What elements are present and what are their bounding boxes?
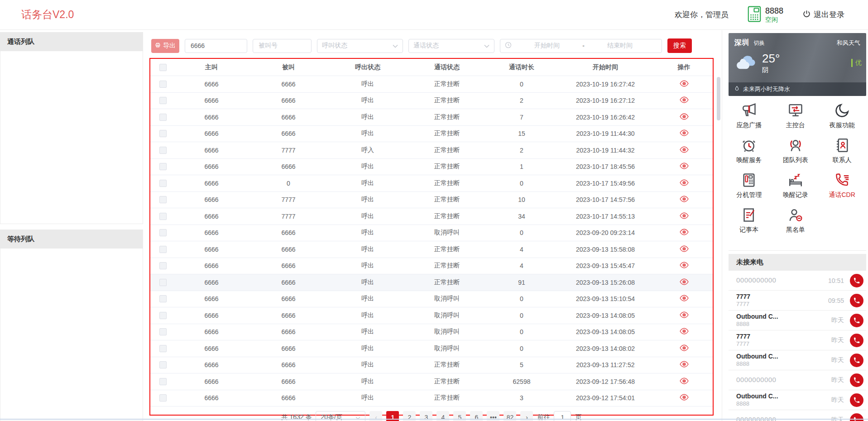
app-shortcut-team[interactable]: 团队列表 <box>772 137 819 164</box>
view-detail-eye-icon[interactable] <box>679 378 689 384</box>
callback-button[interactable] <box>850 314 863 327</box>
row-checkbox[interactable] <box>159 229 167 236</box>
row-checkbox[interactable] <box>159 97 167 104</box>
cell-caller: 6666 <box>175 196 248 203</box>
app-shortcut-notebook[interactable]: 记事本 <box>726 206 772 234</box>
search-button[interactable]: 搜索 <box>667 38 692 53</box>
view-detail-eye-icon[interactable] <box>679 80 689 87</box>
row-checkbox[interactable] <box>159 130 167 137</box>
view-detail-eye-icon[interactable] <box>679 245 689 252</box>
table-row[interactable]: 6666 7777 呼入 正常挂断 2 2023-10-19 11:44:32 <box>150 142 713 159</box>
table-row[interactable]: 6666 6666 呼出 取消呼叫 0 2023-09-20 09:23:14 <box>150 225 713 242</box>
softphone-icon <box>748 6 761 24</box>
callback-button[interactable] <box>850 354 863 367</box>
app-shortcut-blacklist[interactable]: 黑名单 <box>772 206 819 234</box>
row-checkbox[interactable] <box>159 81 167 88</box>
callee-input[interactable]: 被叫号 <box>253 39 312 53</box>
table-row[interactable]: 6666 6666 呼出 正常挂断 62598 2023-09-12 17:56… <box>150 373 713 390</box>
table-row[interactable]: 6666 6666 呼出 取消呼叫 0 2023-09-13 14:08:05 <box>150 324 713 341</box>
scrollbar-thumb[interactable] <box>717 77 720 120</box>
view-detail-eye-icon[interactable] <box>679 361 689 368</box>
call-cdr-icon <box>834 172 851 189</box>
view-detail-eye-icon[interactable] <box>679 278 689 285</box>
app-shortcut-moon[interactable]: 夜服功能 <box>819 102 865 129</box>
callback-button[interactable] <box>850 334 863 347</box>
app-shortcut-desk-phone[interactable]: 分机管理 <box>726 172 772 199</box>
missed-call-time: 昨天 <box>831 376 844 384</box>
view-detail-eye-icon[interactable] <box>679 163 689 169</box>
table-row[interactable]: 6666 6666 呼出 正常挂断 1 2023-10-17 18:45:56 <box>150 159 713 176</box>
row-checkbox[interactable] <box>159 213 167 220</box>
table-row[interactable]: 6666 6666 呼出 正常挂断 2 2023-10-19 16:27:12 <box>150 93 713 110</box>
view-detail-eye-icon[interactable] <box>679 328 689 335</box>
app-shortcut-console[interactable]: 主控台 <box>772 102 819 129</box>
row-checkbox[interactable] <box>159 163 167 170</box>
table-row[interactable]: 6666 6666 呼出 正常挂断 91 2023-09-13 15:26:08 <box>150 274 713 291</box>
row-checkbox[interactable] <box>159 328 167 335</box>
app-header: 话务台V2.0 欢迎你，管理员 8888 空闲 <box>0 0 868 30</box>
table-row[interactable]: 6666 6666 呼出 正常挂断 15 2023-10-19 11:44:30 <box>150 126 713 143</box>
row-checkbox[interactable] <box>159 279 167 286</box>
missed-call-number: 8888 <box>736 360 831 368</box>
row-checkbox[interactable] <box>159 114 167 121</box>
table-row[interactable]: 6666 6666 呼出 取消呼叫 0 2023-09-13 15:10:54 <box>150 291 713 308</box>
view-detail-eye-icon[interactable] <box>679 394 689 401</box>
view-detail-eye-icon[interactable] <box>679 129 689 136</box>
app-shortcut-alarm-clock[interactable]: 唤醒服务 <box>726 137 772 164</box>
row-checkbox[interactable] <box>159 345 167 352</box>
view-detail-eye-icon[interactable] <box>679 179 689 186</box>
view-detail-eye-icon[interactable] <box>679 229 689 235</box>
table-row[interactable]: 6666 6666 呼出 取消呼叫 0 2023-09-13 14:08:02 <box>150 340 713 357</box>
table-row[interactable]: 6666 6666 呼出 正常挂断 5 2023-09-13 11:27:52 <box>150 357 713 374</box>
export-button[interactable]: 导出 <box>151 39 179 53</box>
talk-status-select[interactable]: 通话状态 <box>408 39 494 53</box>
cell-out-status: 呼出 <box>329 361 406 369</box>
row-checkbox[interactable] <box>159 295 167 302</box>
row-checkbox[interactable] <box>159 147 167 154</box>
select-all-checkbox[interactable] <box>159 64 167 71</box>
date-range-picker[interactable]: 开始时间 - 结束时间 <box>500 39 662 53</box>
table-row[interactable]: 6666 6666 呼出 正常挂断 4 2023-09-13 15:58:08 <box>150 241 713 258</box>
table-row[interactable]: 6666 0 呼出 正常挂断 0 2023-10-17 15:49:56 <box>150 175 713 192</box>
row-checkbox[interactable] <box>159 196 167 203</box>
cell-caller: 6666 <box>175 295 248 302</box>
view-detail-eye-icon[interactable] <box>679 295 689 301</box>
app-shortcut-megaphone[interactable]: 应急广播 <box>726 102 772 129</box>
view-detail-eye-icon[interactable] <box>679 96 689 103</box>
missed-call-item: Outbound C... 8888 昨天 <box>729 311 866 330</box>
callback-button[interactable] <box>850 413 863 421</box>
app-shortcut-wake-record[interactable]: 唤醒记录 <box>772 172 819 199</box>
missed-call-number: 8888 <box>736 321 831 328</box>
table-row[interactable]: 6666 6666 呼出 正常挂断 7 2023-10-19 16:26:42 <box>150 109 713 126</box>
table-row[interactable]: 6666 6666 呼出 正常挂断 3 2023-09-12 17:54:01 <box>150 390 713 407</box>
row-checkbox[interactable] <box>159 246 167 253</box>
row-checkbox[interactable] <box>159 312 167 319</box>
app-shortcut-call-cdr[interactable]: 通话CDR <box>819 172 865 199</box>
callback-button[interactable] <box>850 274 863 287</box>
app-shortcut-contacts-book[interactable]: 联系人 <box>819 137 865 164</box>
row-checkbox[interactable] <box>159 361 167 368</box>
row-checkbox[interactable] <box>159 378 167 385</box>
table-row[interactable]: 6666 6666 呼出 正常挂断 4 2023-09-13 15:45:47 <box>150 258 713 275</box>
view-detail-eye-icon[interactable] <box>679 212 689 219</box>
caller-input[interactable]: 6666 <box>185 39 247 53</box>
table-row[interactable]: 6666 7777 呼出 正常挂断 34 2023-10-17 14:55:13 <box>150 208 713 225</box>
view-detail-eye-icon[interactable] <box>679 146 689 153</box>
callback-button[interactable] <box>850 294 863 307</box>
callback-button[interactable] <box>850 393 863 407</box>
view-detail-eye-icon[interactable] <box>679 196 689 202</box>
view-detail-eye-icon[interactable] <box>679 113 689 120</box>
weather-switch-city[interactable]: 切换 <box>753 40 764 46</box>
row-checkbox[interactable] <box>159 180 167 187</box>
view-detail-eye-icon[interactable] <box>679 344 689 351</box>
row-checkbox[interactable] <box>159 262 167 269</box>
row-checkbox[interactable] <box>159 394 167 402</box>
logout-button[interactable]: 退出登录 <box>802 10 844 20</box>
table-row[interactable]: 6666 6666 呼出 正常挂断 0 2023-10-19 16:27:42 <box>150 76 713 93</box>
table-row[interactable]: 6666 6666 呼出 取消呼叫 0 2023-09-13 14:08:05 <box>150 307 713 324</box>
view-detail-eye-icon[interactable] <box>679 311 689 318</box>
call-status-select[interactable]: 呼叫状态 <box>317 39 403 53</box>
callback-button[interactable] <box>850 373 863 387</box>
table-row[interactable]: 6666 7777 呼出 正常挂断 10 2023-10-17 14:57:56 <box>150 192 713 209</box>
view-detail-eye-icon[interactable] <box>679 262 689 268</box>
